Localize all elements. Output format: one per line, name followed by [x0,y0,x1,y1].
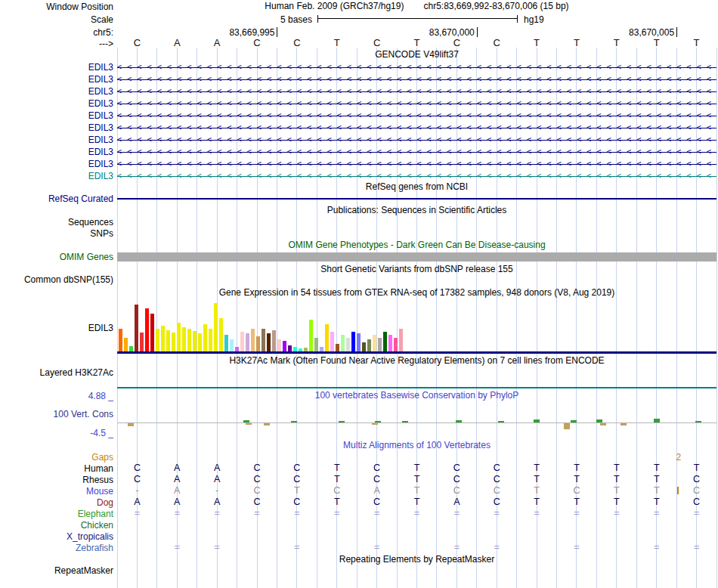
gtex-bar[interactable] [230,339,234,351]
phylop-bar[interactable] [534,419,540,422]
gtex-bar[interactable] [145,308,149,351]
transcript-edil3[interactable]: <<<<<<<<<<<<<<<<<<<<<<<<<<<<<<<<<<<<<<<<… [117,146,716,158]
phylop-bar[interactable] [339,421,345,422]
align-base[interactable]: T [397,463,437,473]
align-base[interactable]: A [197,463,237,473]
gtex-bar[interactable] [367,339,371,351]
gtex-bar[interactable] [198,333,202,351]
align-base[interactable]: C [237,485,277,496]
align-base[interactable]: = [437,508,477,518]
align-base[interactable]: T [636,485,676,496]
align-base[interactable]: T [517,463,557,473]
gtex-bar[interactable] [203,324,207,351]
gtex-bar[interactable] [193,331,197,351]
align-base[interactable]: A [197,474,237,484]
gtex-bar[interactable] [140,333,144,351]
species-label-human[interactable]: Human [0,463,113,474]
gtex-bar[interactable] [246,333,249,351]
gtex-bar[interactable] [293,347,297,351]
align-base[interactable]: T [397,497,437,507]
species-label-mouse[interactable]: Mouse [0,486,113,497]
phylop-bar[interactable] [246,423,252,425]
phylop-bar[interactable] [402,421,408,422]
gtex-bar[interactable] [394,338,398,351]
align-base[interactable]: T [636,474,676,484]
gene-label-edil3[interactable]: EDIL3 [0,98,113,109]
align-base[interactable]: C [676,497,716,507]
align-base[interactable]: = [437,542,477,552]
align-base[interactable]: A [117,497,157,507]
phylop-bar[interactable] [372,423,378,425]
gtex-bar[interactable] [399,329,403,351]
species-label-zebrafish[interactable]: Zebrafish [0,543,113,553]
align-base[interactable]: C [437,485,477,496]
align-base[interactable]: C [477,497,517,507]
gtex-bar[interactable] [166,330,170,351]
align-base[interactable]: C [676,474,716,484]
align-base[interactable]: = [197,542,237,552]
gtex-bar[interactable] [378,338,382,351]
gtex-bar[interactable] [124,338,128,351]
align-base[interactable]: T [277,485,317,496]
align-base[interactable]: C [237,463,277,473]
gtex-bar[interactable] [214,303,218,351]
phylop-bar[interactable] [571,420,577,422]
transcript-edil3[interactable]: <<<<<<<<<<<<<<<<<<<<<<<<<<<<<<<<<<<<<<<<… [117,134,716,146]
align-base[interactable]: C [277,463,317,473]
gtex-bar[interactable] [272,330,276,351]
align-base[interactable]: T [317,463,357,473]
transcript-edil3[interactable]: <<<<<<<<<<<<<<<<<<<<<<<<<<<<<<<<<<<<<<<<… [117,97,716,110]
gtex-bar[interactable] [325,324,329,351]
gtex-bar[interactable] [150,314,154,351]
align-base[interactable]: T [517,485,557,496]
align-base[interactable]: = [357,508,397,518]
gene-label-edil3[interactable]: EDIL3 [0,147,113,157]
gtex-bar[interactable] [388,335,392,351]
phylop-bar[interactable] [264,423,270,426]
phylop-bar[interactable] [596,419,602,422]
phylop-bar[interactable] [654,419,660,422]
gtex-bar[interactable] [161,326,165,351]
align-base[interactable]: T [317,474,357,484]
species-label-rhesus[interactable]: Rhesus [0,475,113,485]
phylop-bar[interactable] [621,423,627,426]
gtex-bar[interactable] [346,338,350,351]
align-base[interactable]: T [557,497,597,507]
align-base[interactable]: = [157,542,197,552]
transcript-edil3[interactable]: <<<<<<<<<<<<<<<<<<<<<<<<<<<<<<<<<<<<<<<<… [117,73,716,85]
gtex-bar[interactable] [330,332,334,351]
align-base[interactable]: C [237,474,277,484]
gtex-bar[interactable] [277,339,281,351]
gtex-bar[interactable] [341,335,345,351]
phylop-bar[interactable] [375,421,381,422]
gene-label-edil3[interactable]: EDIL3 [0,110,113,121]
transcript-edil3[interactable]: <<<<<<<<<<<<<<<<<<<<<<<<<<<<<<<<<<<<<<<<… [117,158,716,170]
gene-label-edil3[interactable]: EDIL3 [0,159,113,169]
gene-label-edil3[interactable]: EDIL3 [0,122,113,133]
align-base[interactable]: = [557,508,597,518]
align-base[interactable]: = [477,542,517,552]
align-base[interactable]: T [596,485,636,496]
gtex-bar[interactable] [182,327,186,351]
align-base[interactable]: T [596,497,636,507]
align-base[interactable]: = [636,508,676,518]
gtex-bar[interactable] [177,323,181,351]
align-base[interactable]: A [197,497,237,507]
gtex-bar[interactable] [209,329,212,351]
gtex-bar[interactable] [135,305,138,351]
transcript-edil3[interactable]: <<<<<<<<<<<<<<<<<<<<<<<<<<<<<<<<<<<<<<<<… [117,122,716,134]
align-base[interactable]: C [477,474,517,484]
gtex-bar[interactable] [357,333,361,351]
align-base[interactable]: = [197,508,237,518]
gtex-bar[interactable] [320,347,323,351]
gene-label-edil3[interactable]: EDIL3 [0,62,113,73]
align-base[interactable]: C [117,474,157,484]
gene-label-edil3[interactable]: EDIL3 [0,171,113,181]
align-base[interactable]: = [397,508,437,518]
align-base[interactable]: = [117,508,157,518]
gtex-bar[interactable] [187,329,191,351]
gene-label-edil3[interactable]: EDIL3 [0,74,113,85]
phylop-bar[interactable] [564,423,570,429]
gtex-bar[interactable] [304,348,308,351]
align-base[interactable]: = [596,508,636,518]
